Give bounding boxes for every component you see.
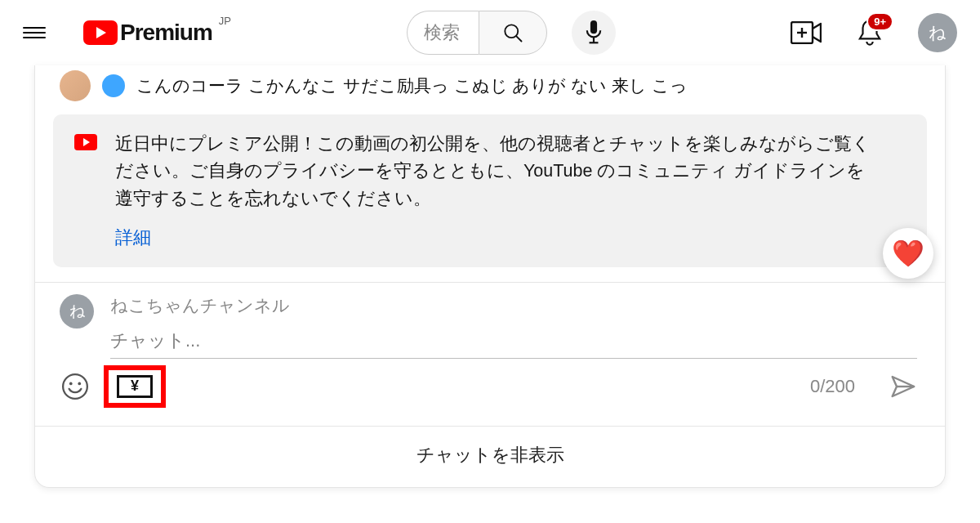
search-button[interactable] [479, 11, 547, 55]
top-app-bar: Premium JP 検索 9+ ね [0, 0, 980, 65]
super-chat-button[interactable]: ¥ [104, 365, 166, 408]
menu-button[interactable] [23, 24, 46, 42]
reaction-button[interactable]: ❤️ [883, 228, 933, 279]
svg-line-1 [516, 36, 521, 41]
heart-icon: ❤️ [892, 238, 924, 269]
yen-icon: ¥ [117, 375, 153, 398]
hide-chat-button[interactable]: チャットを非表示 [35, 427, 945, 487]
chat-user-badge-icon [102, 74, 125, 97]
search-input[interactable]: 検索 [407, 11, 479, 55]
send-button[interactable] [889, 373, 917, 400]
send-icon [890, 373, 916, 400]
char-counter: 0/200 [810, 376, 855, 397]
smile-icon [61, 373, 89, 400]
region-tag: JP [219, 15, 231, 27]
create-video-icon [791, 21, 822, 44]
youtube-play-icon [83, 20, 118, 45]
self-display-name: ねこちゃんチャンネル [110, 294, 917, 317]
chat-text-input[interactable] [110, 322, 917, 359]
self-avatar: ね [60, 294, 94, 329]
svg-point-8 [63, 374, 87, 399]
voice-search-button[interactable] [572, 11, 616, 55]
svg-point-10 [78, 382, 81, 386]
premiere-notice-card: 近日中にプレミア公開！この動画の初公開を、他の視聴者とチャットを楽しみながらご覧… [53, 114, 927, 267]
premium-word: Premium [120, 20, 212, 46]
emoji-picker-button[interactable] [60, 371, 91, 402]
search-icon [501, 21, 524, 44]
youtube-icon [74, 134, 97, 150]
microphone-icon [585, 20, 603, 45]
svg-point-9 [69, 382, 73, 386]
chat-user-avatar [60, 70, 91, 101]
youtube-premium-logo[interactable]: Premium JP [83, 20, 231, 46]
chat-input-area: ね ねこちゃんチャンネル ¥ 0/200 [35, 283, 945, 426]
notifications-button[interactable]: 9+ [858, 19, 882, 47]
create-button[interactable] [791, 21, 822, 44]
svg-rect-2 [590, 20, 596, 34]
notification-badge: 9+ [866, 12, 893, 31]
chat-message-text: こんのコーラ こかんなこ サだこ励具っ こぬじ ありが ない 来し こっ [136, 74, 688, 97]
account-avatar[interactable]: ね [918, 13, 957, 52]
chat-message-row: こんのコーラ こかんなこ サだこ励具っ こぬじ ありが ない 来し こっ [35, 65, 945, 110]
search-form: 検索 [407, 11, 547, 55]
live-chat-panel: こんのコーラ こかんなこ サだこ励具っ こぬじ ありが ない 来し こっ 近日中… [34, 65, 946, 488]
premiere-notice-text: 近日中にプレミア公開！この動画の初公開を、他の視聴者とチャットを楽しみながらご覧… [115, 131, 871, 212]
learn-more-link[interactable]: 詳細 [115, 226, 151, 249]
